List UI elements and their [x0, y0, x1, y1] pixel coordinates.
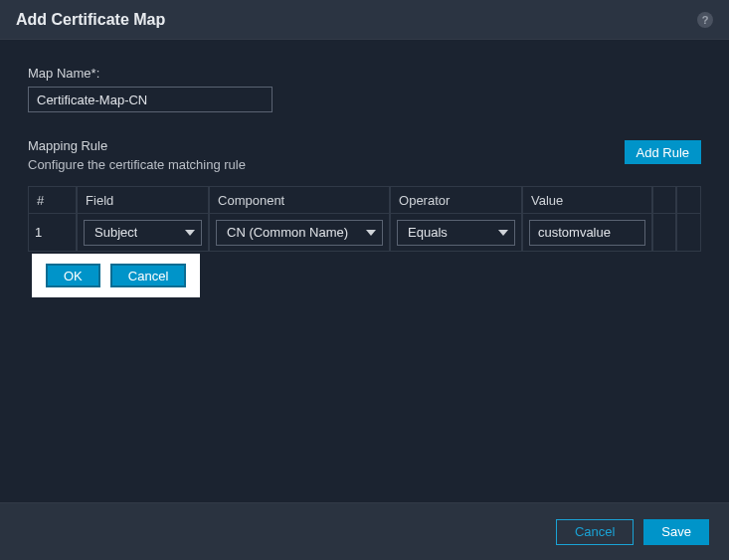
help-icon[interactable]: ? [697, 12, 713, 28]
table-header-row: # Field Component Operator Value [28, 186, 701, 214]
help-icon-glyph: ? [702, 14, 709, 26]
col-header-value: Value [522, 186, 652, 214]
col-header-component: Component [209, 186, 390, 214]
row-action-cell-1 [652, 214, 677, 252]
save-button[interactable]: Save [643, 519, 709, 545]
add-rule-button[interactable]: Add Rule [625, 140, 701, 164]
field-select-value: Subject [94, 225, 137, 240]
field-select[interactable]: Subject [84, 220, 202, 246]
dialog-body: Map Name*: Mapping Rule Configure the ce… [0, 40, 729, 297]
row-edit-actions: OK Cancel [32, 254, 200, 297]
ok-button[interactable]: OK [46, 264, 100, 287]
col-header-field: Field [77, 186, 209, 214]
map-name-label: Map Name*: [28, 66, 701, 81]
value-input[interactable] [529, 220, 645, 246]
caret-down-icon [185, 230, 195, 236]
dialog-footer: Cancel Save [0, 502, 729, 560]
mapping-rule-section: Mapping Rule Configure the certificate m… [28, 138, 701, 172]
caret-down-icon [498, 230, 508, 236]
caret-down-icon [366, 230, 376, 236]
dialog-title: Add Certificate Map [16, 11, 697, 29]
component-select-value: CN (Common Name) [227, 225, 348, 240]
col-header-num: # [28, 186, 77, 214]
mapping-rule-subtitle: Configure the certificate matching rule [28, 157, 625, 172]
col-header-action1 [652, 186, 677, 214]
row-action-cell-2 [676, 214, 701, 252]
component-select[interactable]: CN (Common Name) [216, 220, 383, 246]
rules-table: # Field Component Operator Value 1 Subje… [28, 186, 701, 252]
col-header-action2 [676, 186, 701, 214]
cancel-button[interactable]: Cancel [556, 519, 634, 545]
col-header-operator: Operator [390, 186, 522, 214]
mapping-rule-title: Mapping Rule [28, 138, 625, 153]
row-number: 1 [28, 214, 77, 252]
operator-select[interactable]: Equals [397, 220, 515, 246]
operator-select-value: Equals [408, 225, 448, 240]
map-name-input[interactable] [28, 87, 273, 112]
dialog-header: Add Certificate Map ? [0, 0, 729, 40]
table-row: 1 Subject CN (Common Name) [28, 214, 701, 252]
row-cancel-button[interactable]: Cancel [110, 264, 186, 287]
